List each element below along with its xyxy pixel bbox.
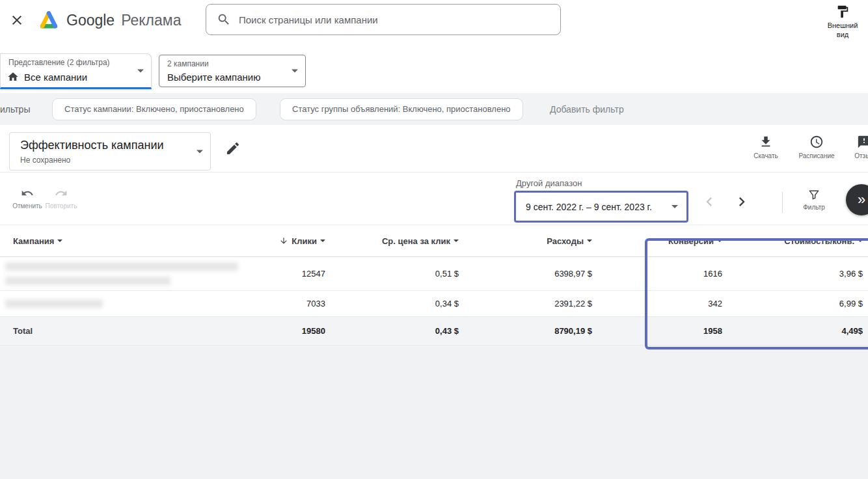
- search-icon: [217, 12, 231, 27]
- chevron-down-icon: [587, 240, 592, 242]
- column-header-cost-per-conv[interactable]: Стоимость/конв.: [727, 236, 868, 246]
- chevron-down-icon: [454, 240, 459, 242]
- view-selector-label: Представление (2 фильтра): [8, 58, 110, 67]
- search-input[interactable]: [239, 14, 550, 25]
- total-label: Total: [0, 326, 247, 336]
- conversions-value: 342: [597, 299, 727, 308]
- redo-label: Повторить: [46, 202, 77, 210]
- date-range-selector[interactable]: 9 сент. 2022 г. – 9 сент. 2023 г.: [514, 191, 688, 223]
- filter-bar: ильтры Статус кампании: Включено, приост…: [0, 93, 868, 125]
- table-row[interactable]: 7033 0,34 $ 2391,22 $ 342 6,99 $: [0, 291, 868, 317]
- total-cost-per-conv: 4,49$: [727, 326, 868, 336]
- funnel-icon: [807, 188, 821, 201]
- schedule-button[interactable]: Расписание: [796, 135, 837, 159]
- column-header-avg-cpc[interactable]: Ср. цена за клик: [331, 236, 464, 246]
- chevron-down-icon: [57, 240, 62, 242]
- chevron-down-icon: [197, 150, 203, 153]
- date-range-caption: Другой диапазон: [516, 178, 582, 188]
- view-selector[interactable]: Представление (2 фильтра) Все кампании: [0, 53, 152, 89]
- avg-cpc-value: 0,34 $: [331, 299, 464, 308]
- schedule-label: Расписание: [798, 152, 834, 159]
- report-toolbar: Отменить Повторить Другой диапазон 9 сен…: [0, 172, 868, 225]
- campaign-name-redacted: [0, 299, 247, 308]
- global-search[interactable]: [206, 4, 561, 35]
- report-header: Эффективность кампании Не сохранено Скач…: [0, 125, 868, 172]
- cost-value: 6398,97 $: [464, 269, 597, 279]
- expand-panel-button[interactable]: »: [846, 184, 868, 215]
- redo-button[interactable]: Повторить: [43, 187, 79, 210]
- clicks-value: 7033: [247, 299, 331, 308]
- total-cost: 8790,19 $: [464, 326, 597, 336]
- undo-icon: [21, 187, 34, 200]
- total-clicks: 19580: [247, 326, 331, 336]
- feedback-icon: [857, 135, 868, 149]
- top-app-bar: Google Реклама Внешний вид: [0, 0, 868, 40]
- add-filter-button[interactable]: Добавить фильтр: [550, 104, 624, 115]
- close-icon[interactable]: [9, 12, 25, 28]
- cost-per-conv-value: 3,96 $: [727, 269, 868, 279]
- appearance-label: Внешний вид: [828, 21, 858, 40]
- filter-bar-label: ильтры: [0, 104, 30, 115]
- filter-chip-campaign-status[interactable]: Статус кампании: Включено, приостановлен…: [52, 98, 256, 120]
- report-save-status: Не сохранено: [20, 156, 70, 165]
- chevron-down-icon: [671, 205, 678, 208]
- chevron-down-icon: [858, 240, 863, 242]
- brand: Google Реклама: [38, 0, 181, 40]
- column-header-cost[interactable]: Расходы: [464, 236, 597, 246]
- clock-icon: [809, 135, 824, 149]
- undo-label: Отменить: [12, 202, 42, 210]
- download-button[interactable]: Скачать: [745, 135, 787, 159]
- campaign-selector-value: Выберите кампанию: [167, 72, 260, 83]
- brand-google-text: Google: [66, 12, 115, 29]
- undo-button[interactable]: Отменить: [9, 187, 46, 210]
- home-icon: [7, 71, 19, 83]
- cost-per-conv-value: 6,99 $: [727, 299, 868, 308]
- appearance-button[interactable]: Внешний вид: [819, 5, 867, 40]
- brand-product-text: Реклама: [121, 12, 181, 29]
- campaign-name-redacted: [0, 262, 247, 285]
- previous-range-chevron-icon[interactable]: [700, 193, 718, 211]
- conversions-value: 1616: [597, 269, 727, 279]
- date-range-value: 9 сент. 2022 г. – 9 сент. 2023 г.: [526, 202, 671, 212]
- table-filter-button[interactable]: Фильтр: [799, 188, 829, 211]
- download-icon: [759, 135, 773, 149]
- sort-descending-icon: [279, 236, 288, 245]
- table-filter-label: Фильтр: [803, 204, 825, 211]
- chevron-down-icon: [717, 240, 722, 242]
- download-label: Скачать: [753, 152, 778, 159]
- total-conversions: 1958: [597, 326, 727, 336]
- edit-title-icon[interactable]: [225, 140, 242, 157]
- chevron-down-icon: [292, 70, 298, 73]
- redo-icon: [55, 187, 68, 200]
- next-range-chevron-icon[interactable]: [733, 193, 751, 211]
- filter-chip-adgroup-status[interactable]: Статус группы объявлений: Включено, прио…: [280, 98, 523, 120]
- campaign-selector-label: 2 кампании: [167, 59, 209, 68]
- context-selector-bar: Представление (2 фильтра) Все кампании 2…: [0, 40, 868, 93]
- view-selector-value: Все кампании: [24, 72, 87, 83]
- campaign-performance-table: Кампания Клики Ср. цена за клик Расходы …: [0, 225, 868, 346]
- cost-value: 2391,22 $: [464, 299, 597, 308]
- campaign-selector[interactable]: 2 кампании Выберите кампанию: [159, 55, 306, 87]
- chevron-down-icon: [137, 69, 144, 72]
- toolbar-divider: [782, 192, 783, 213]
- table-header-row: Кампания Клики Ср. цена за клик Расходы …: [0, 225, 868, 257]
- clicks-value: 12547: [247, 269, 331, 279]
- report-title: Эффективность кампании: [20, 139, 164, 152]
- chevron-down-icon: [320, 240, 325, 242]
- double-chevron-icon: »: [858, 191, 865, 208]
- table-row[interactable]: 12547 0,51 $ 6398,97 $ 1616 3,96 $: [0, 257, 868, 291]
- google-ads-logo: [38, 9, 60, 31]
- table-total-row: Total 19580 0,43 $ 8790,19 $ 1958 4,49$: [0, 317, 868, 346]
- column-header-conversions[interactable]: Конверсии: [597, 236, 727, 246]
- avg-cpc-value: 0,51 $: [331, 269, 464, 279]
- column-header-campaign[interactable]: Кампания: [0, 236, 247, 246]
- google-ads-window: Google Реклама Внешний вид Представление…: [0, 0, 868, 479]
- column-header-clicks[interactable]: Клики: [247, 236, 331, 246]
- feedback-label: Отзыв: [854, 152, 868, 159]
- appearance-icon: [835, 5, 850, 19]
- total-avg-cpc: 0,43 $: [331, 326, 464, 336]
- report-title-selector[interactable]: Эффективность кампании Не сохранено: [9, 132, 211, 171]
- feedback-button[interactable]: Отзыв: [843, 135, 868, 159]
